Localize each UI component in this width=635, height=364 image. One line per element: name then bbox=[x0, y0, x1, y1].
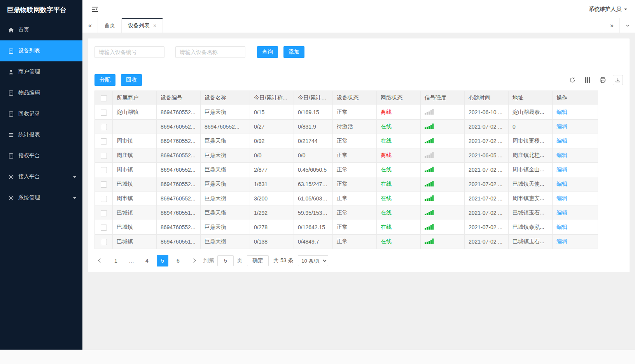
table-row: 淀山湖镇8694760552...巨鼎天衡0/150/169.15正常离线202… bbox=[95, 105, 598, 120]
table-row: 周市镇8694760552...巨鼎天衡3/20061.05/6038.1正常在… bbox=[95, 192, 598, 206]
cell-network-status: 在线 bbox=[377, 134, 421, 148]
row-checkbox[interactable] bbox=[101, 110, 107, 116]
edit-link[interactable]: 编辑 bbox=[556, 152, 567, 158]
edit-link[interactable]: 编辑 bbox=[556, 195, 567, 201]
sidebar-item-home[interactable]: 首页 bbox=[0, 19, 82, 40]
column-header: 所属商户 bbox=[113, 91, 157, 105]
sidebar-item-item-code[interactable]: 物品编码 bbox=[0, 82, 82, 103]
row-checkbox[interactable] bbox=[101, 167, 107, 173]
device-name-input[interactable] bbox=[175, 46, 245, 58]
cell-today-weight: 59.95/15382... bbox=[294, 206, 333, 220]
edit-link[interactable]: 编辑 bbox=[556, 109, 567, 115]
sidebar-toggle-icon[interactable] bbox=[90, 5, 100, 14]
row-checkbox[interactable] bbox=[101, 181, 107, 188]
page-size-select[interactable]: 10 条/页 bbox=[298, 255, 328, 266]
table-row: 周市镇8694760552...巨鼎天衡0/920/21744正常在线2021-… bbox=[95, 134, 598, 148]
cell-signal bbox=[421, 235, 465, 249]
table-row: 巴城镇8694760552...巨鼎天衡0/2780/12642.15正常在线2… bbox=[95, 220, 598, 235]
select-all-checkbox[interactable] bbox=[101, 95, 107, 101]
tab-label: 首页 bbox=[104, 22, 115, 29]
cell-address: 巴城镇泰泓... bbox=[509, 220, 553, 235]
cell-device-status: 正常 bbox=[333, 163, 377, 177]
tab-device-list[interactable]: 设备列表 × bbox=[122, 18, 163, 33]
page-button-6[interactable]: 6 bbox=[172, 255, 184, 266]
sidebar-item-merchant-management[interactable]: 商户管理 bbox=[0, 61, 82, 82]
cell-device-no: 8694760552... bbox=[157, 192, 201, 206]
row-checkbox[interactable] bbox=[101, 210, 107, 216]
confirm-button[interactable]: 确定 bbox=[247, 255, 269, 266]
cell-today-count: 0/278 bbox=[250, 220, 294, 235]
filter-columns-icon[interactable] bbox=[583, 75, 593, 85]
user-menu[interactable]: 系统维护人员 bbox=[589, 6, 627, 13]
page-jump-input[interactable] bbox=[217, 255, 234, 266]
row-checkbox[interactable] bbox=[101, 153, 107, 159]
cell-today-weight: 0.45/6050.5 bbox=[294, 163, 333, 177]
page-button-1[interactable]: 1 bbox=[110, 255, 122, 266]
cell-today-weight: 0/0 bbox=[294, 148, 333, 163]
edit-link[interactable]: 编辑 bbox=[556, 181, 567, 187]
cell-network-status: 在线 bbox=[377, 206, 421, 220]
edit-link[interactable]: 编辑 bbox=[556, 224, 567, 230]
cell-today-count: 0/15 bbox=[250, 105, 294, 120]
next-page-button[interactable] bbox=[188, 255, 199, 266]
cell-address: 周市镇惠安... bbox=[509, 192, 553, 206]
cell-heartbeat: 2021-06-05 ... bbox=[465, 148, 509, 163]
cell-today-count: 1/631 bbox=[250, 177, 294, 192]
cell-device-name: 巨鼎天衡 bbox=[201, 134, 250, 148]
add-button[interactable]: 添加 bbox=[283, 46, 304, 58]
cell-device-status: 正常 bbox=[333, 177, 377, 192]
recycle-button[interactable]: 回收 bbox=[121, 74, 142, 86]
chevron-down-icon bbox=[73, 197, 76, 200]
table-row: 巴城镇8694760551...巨鼎天衡0/1380/4849.7正常在线202… bbox=[95, 235, 598, 249]
cell-device-no: 8694760551... bbox=[157, 206, 201, 220]
cell-address: 巴城镇玉石... bbox=[509, 235, 553, 249]
sidebar-item-access-platform[interactable]: 接入平台 bbox=[0, 166, 82, 187]
cell-device-no: 8694760552... bbox=[157, 220, 201, 235]
search-row: 查询 添加 bbox=[94, 46, 623, 58]
row-checkbox[interactable] bbox=[101, 225, 107, 231]
edit-link[interactable]: 编辑 bbox=[556, 138, 567, 144]
tab-home[interactable]: 首页 bbox=[98, 18, 122, 33]
tabs-scroll-left-button[interactable]: « bbox=[82, 18, 98, 33]
edit-link[interactable]: 编辑 bbox=[556, 209, 567, 216]
sidebar-item-statistics-report[interactable]: 统计报表 bbox=[0, 124, 82, 145]
cell-today-weight: 0/831.9 bbox=[294, 120, 333, 134]
edit-link[interactable]: 编辑 bbox=[556, 123, 567, 129]
row-checkbox[interactable] bbox=[101, 138, 107, 145]
row-checkbox[interactable] bbox=[101, 239, 107, 245]
cell-merchant: 巴城镇 bbox=[113, 177, 157, 192]
assign-button[interactable]: 分配 bbox=[94, 74, 115, 86]
edit-link[interactable]: 编辑 bbox=[556, 238, 567, 244]
row-checkbox[interactable] bbox=[101, 124, 107, 130]
prev-page-button[interactable] bbox=[94, 255, 106, 266]
print-icon[interactable] bbox=[598, 75, 608, 85]
table-toolbar: 分配 回收 bbox=[94, 74, 623, 86]
device-no-input[interactable] bbox=[94, 46, 164, 58]
edit-link[interactable]: 编辑 bbox=[556, 166, 567, 172]
cell-merchant: 巴城镇 bbox=[113, 220, 157, 235]
query-button[interactable]: 查询 bbox=[257, 46, 278, 58]
cell-merchant: 周市镇 bbox=[113, 192, 157, 206]
page-button-4[interactable]: 4 bbox=[141, 255, 153, 266]
cell-action: 编辑 bbox=[553, 134, 598, 148]
page-button-5-active[interactable]: 5 bbox=[157, 255, 168, 266]
column-header: 地址 bbox=[509, 91, 553, 105]
tabs-scroll-right-button[interactable]: » bbox=[604, 18, 619, 33]
tabs-dropdown-button[interactable] bbox=[619, 18, 635, 33]
cell-device-status: 正常 bbox=[333, 134, 377, 148]
sidebar-item-auth-platform[interactable]: 授权平台 bbox=[0, 145, 82, 166]
export-icon[interactable] bbox=[613, 75, 623, 85]
cell-action: 编辑 bbox=[553, 220, 598, 235]
cell-today-weight: 61.05/6038.1 bbox=[294, 192, 333, 206]
sidebar-item-system-management[interactable]: 系统管理 bbox=[0, 187, 82, 208]
table-row: 巴城镇8694760551...巨鼎天衡1/29259.95/15382...正… bbox=[95, 206, 598, 220]
sidebar-item-recycle-records[interactable]: 回收记录 bbox=[0, 103, 82, 124]
user-icon bbox=[8, 69, 14, 75]
close-icon[interactable]: × bbox=[153, 23, 156, 28]
sidebar-item-device-list[interactable]: 设备列表 bbox=[0, 40, 82, 61]
signal-strength-icon bbox=[425, 138, 434, 143]
refresh-icon[interactable] bbox=[567, 75, 577, 85]
cell-merchant: 巴城镇 bbox=[113, 235, 157, 249]
row-checkbox[interactable] bbox=[101, 196, 107, 202]
content-area: 查询 添加 分配 回收 bbox=[82, 33, 635, 350]
